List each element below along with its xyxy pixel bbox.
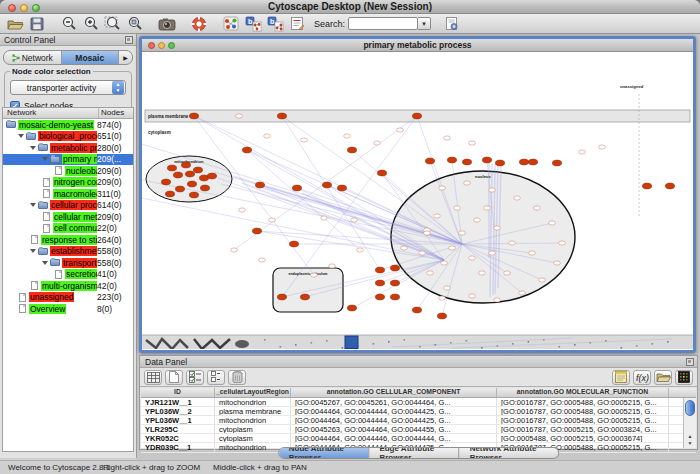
gene-node[interactable] xyxy=(175,186,184,192)
expand-triangle-icon[interactable] xyxy=(42,157,48,161)
attribute-table-button[interactable] xyxy=(144,370,162,385)
table-cell[interactable]: YPL036W__2 xyxy=(141,407,215,415)
gene-node[interactable] xyxy=(390,265,399,271)
table-cell[interactable]: plasma membrane xyxy=(215,407,291,415)
gene-node[interactable] xyxy=(412,307,421,313)
table-cell[interactable]: [GO:0044464, GO:0044446, GO:0044444, G..… xyxy=(291,434,497,442)
tree-item-label[interactable]: cell communicat xyxy=(53,223,97,233)
tree-item-label[interactable]: transport xyxy=(62,258,97,268)
tree-item-label[interactable]: Overview xyxy=(29,304,66,314)
expand-triangle-icon[interactable] xyxy=(42,261,48,265)
tree-item-label[interactable]: nitrogen compo xyxy=(53,177,97,187)
import-attributes-button[interactable] xyxy=(654,370,672,385)
gene-node[interactable] xyxy=(375,294,384,300)
tree-item-label[interactable]: metabolic process xyxy=(50,143,97,153)
network-merge-b-button[interactable]: b xyxy=(264,15,286,32)
birdseye-viewport[interactable] xyxy=(345,336,358,349)
search-options-button[interactable] xyxy=(441,15,463,32)
tree-item-label[interactable]: primary metabol xyxy=(62,154,97,164)
scrollbar-thumb[interactable] xyxy=(685,400,695,416)
browser-tab[interactable]: Edge Attribute Browser xyxy=(369,448,459,458)
network-merge-a-button[interactable]: b xyxy=(242,15,264,32)
table-cell[interactable]: mitochondrion xyxy=(215,416,291,424)
network-view-titlebar[interactable]: primary metabolic process xyxy=(142,39,693,52)
gene-node[interactable] xyxy=(207,173,216,179)
table-row[interactable]: YKR052Ccytoplasm[GO:0044464, GO:0044446,… xyxy=(141,434,696,443)
tree-item-label[interactable]: biological_process xyxy=(38,131,97,141)
gene-node[interactable] xyxy=(390,280,399,286)
gene-node[interactable] xyxy=(447,157,456,163)
table-cell[interactable]: [GO:0016787, GO:0005488, GO:0005215, G..… xyxy=(497,398,669,406)
expand-triangle-icon[interactable] xyxy=(30,146,36,150)
unselect-attributes-button[interactable] xyxy=(207,370,225,385)
table-row[interactable]: YPL036W__2plasma membrane[GO:0044464, GO… xyxy=(141,407,696,416)
gene-node[interactable] xyxy=(375,267,384,273)
gene-node[interactable] xyxy=(528,159,537,165)
tree-row[interactable]: metabolic process280(0) xyxy=(3,142,133,154)
gene-node[interactable] xyxy=(482,157,491,163)
tree-item-label[interactable]: secretion xyxy=(65,269,97,279)
tree-row[interactable]: primary metabol209(... xyxy=(3,154,133,166)
tree-item-label[interactable]: multi-organism pro xyxy=(41,281,97,291)
table-column-header[interactable]: annotation.GO CELLULAR_COMPONENT xyxy=(291,388,497,397)
gene-node[interactable] xyxy=(161,179,170,185)
tree-row[interactable]: establishment of lo558(0) xyxy=(3,246,133,258)
expand-triangle-icon[interactable] xyxy=(30,203,36,207)
notes-button[interactable] xyxy=(612,370,630,385)
table-row[interactable]: YLR295Ccytoplasm[GO:0045263, GO:0044464,… xyxy=(141,425,696,434)
gene-node[interactable] xyxy=(187,181,196,187)
new-attribute-button[interactable] xyxy=(165,370,183,385)
gene-node[interactable] xyxy=(193,167,202,173)
network-view-frame[interactable]: primary metabolic process plasma membran… xyxy=(139,36,696,353)
table-cell[interactable]: [GO:0005488, GO:0005215, GO:0003674] xyxy=(497,434,669,442)
gene-node[interactable] xyxy=(255,182,264,188)
zoom-fit-button[interactable] xyxy=(102,15,124,32)
table-cell[interactable]: [GO:0016787, GO:0005488, GO:0005215, G..… xyxy=(497,407,669,415)
snapshot-button[interactable] xyxy=(156,15,178,32)
gene-node[interactable] xyxy=(185,171,194,177)
table-cell[interactable]: [GO:0045263, GO:0044464, GO:0044455, G..… xyxy=(291,425,497,433)
tree-item-label[interactable]: cellular metabol xyxy=(53,212,97,222)
tree-row[interactable]: nitrogen compo209(0) xyxy=(3,177,133,189)
tree-item-label[interactable]: macromolecule xyxy=(53,189,97,199)
tree-row[interactable]: multi-organism pro42(0) xyxy=(3,280,133,292)
zoom-selected-button[interactable] xyxy=(124,15,146,32)
tree-item-label[interactable]: cellular process xyxy=(50,200,97,210)
gene-node[interactable] xyxy=(173,172,182,178)
help-button[interactable] xyxy=(188,15,210,32)
table-column-header[interactable]: ID xyxy=(141,388,215,397)
gene-node[interactable] xyxy=(375,280,384,286)
gene-node[interactable] xyxy=(167,165,176,171)
gene-node[interactable] xyxy=(165,191,174,197)
browser-tab[interactable]: Network Attribute Browser xyxy=(460,448,559,458)
tree-row[interactable]: nucleobase-209(0) xyxy=(3,165,133,177)
tree-col-network[interactable]: Network xyxy=(3,108,99,118)
gene-node[interactable] xyxy=(665,183,674,189)
table-cell[interactable]: YPL036W__1 xyxy=(141,416,215,424)
zoom-in-button[interactable] xyxy=(80,15,102,32)
table-cell[interactable]: cytoplasm xyxy=(215,434,291,442)
table-cell[interactable]: [GO:0045267, GO:0045261, GO:0044464, G..… xyxy=(291,398,497,406)
tree-item-label[interactable]: establishment of lo xyxy=(50,246,97,256)
gene-node[interactable] xyxy=(390,294,399,300)
table-cell[interactable]: YKR052C xyxy=(141,434,215,442)
gene-node[interactable] xyxy=(552,160,561,166)
tree-item-label[interactable]: unassigned xyxy=(29,292,74,302)
gene-node[interactable] xyxy=(519,159,528,165)
tree-row[interactable]: cellular process614(0) xyxy=(3,200,133,212)
table-cell[interactable]: YJR121W__1 xyxy=(141,398,215,406)
window-titlebar[interactable]: Cytoscape Desktop (New Session) xyxy=(0,0,700,14)
tree-row[interactable]: biological_process651(0) xyxy=(3,131,133,143)
gene-node[interactable] xyxy=(347,147,356,153)
tree-item-label[interactable]: nucleobase- xyxy=(65,166,97,176)
gene-node[interactable] xyxy=(642,183,651,189)
select-attributes-button[interactable] xyxy=(186,370,204,385)
delete-attribute-button[interactable] xyxy=(228,370,246,385)
tab-mosaic[interactable]: Mosaic xyxy=(62,51,120,64)
browser-tab[interactable]: Node Attribute Browser xyxy=(279,448,370,458)
layout-plugin-button[interactable] xyxy=(220,15,242,32)
tree-col-nodes[interactable]: Nodes xyxy=(99,108,133,118)
gene-node[interactable] xyxy=(462,159,471,165)
gene-node[interactable] xyxy=(277,113,286,119)
scrollbar-arrows[interactable]: ▲▼ xyxy=(685,433,695,447)
